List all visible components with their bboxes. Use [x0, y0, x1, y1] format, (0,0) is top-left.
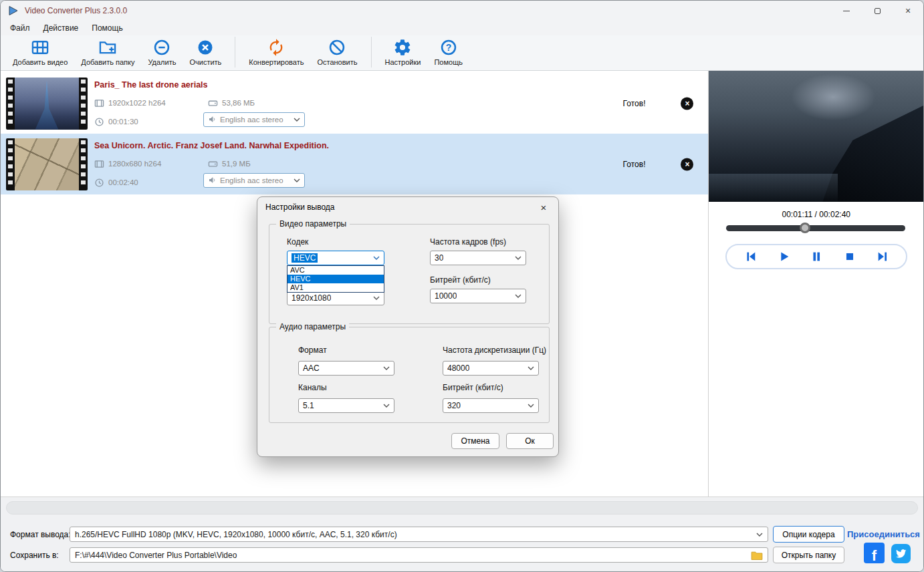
audio-track-select[interactable]: English aac stereo	[203, 112, 305, 127]
delete-button[interactable]: Удалить	[141, 37, 183, 67]
save-path-input[interactable]: F:\#\444\Video Converter Plus Portable\V…	[70, 547, 768, 563]
video-bitrate-value: 10000	[435, 291, 457, 301]
channels-value: 5.1	[303, 401, 314, 410]
fps-value: 30	[435, 253, 443, 263]
resolution-select[interactable]: 1920x1080	[287, 291, 384, 305]
resolution-value: 1920x1080	[292, 293, 331, 303]
playback-time: 00:01:11 / 00:02:40	[709, 210, 923, 219]
status-label: Готов!	[623, 160, 646, 169]
disk-icon	[208, 98, 218, 108]
toolbar-label: Добавить видео	[13, 58, 68, 66]
audio-parameters-legend: Аудио параметры	[276, 322, 349, 331]
join-link[interactable]: Присоединиться	[847, 529, 920, 539]
seek-bar[interactable]	[726, 225, 905, 231]
dialog-titlebar: Настройки вывода ×	[257, 197, 558, 217]
app-icon	[7, 5, 19, 17]
file-row[interactable]: Paris_ The last drone aerials 1920x1022 …	[1, 73, 708, 134]
output-format-label: Формат вывода:	[10, 530, 71, 539]
open-folder-button[interactable]: Открыть папку	[773, 547, 844, 563]
audio-bitrate-select[interactable]: 320	[443, 398, 539, 413]
audio-format-select[interactable]: AAC	[298, 361, 394, 376]
codec-option-av1[interactable]: AV1	[287, 283, 384, 292]
fps-select[interactable]: 30	[430, 251, 526, 265]
video-preview[interactable]	[709, 71, 923, 202]
add-folder-button[interactable]: Добавить папку	[74, 37, 141, 67]
file-row[interactable]: Sea Unicorn. Arctic. Franz Josef Land. N…	[1, 134, 708, 194]
folder-icon[interactable]	[751, 551, 763, 560]
remove-file-button[interactable]: ×	[681, 97, 693, 110]
duration-text: 00:01:30	[108, 118, 138, 126]
dialog-close-button[interactable]: ×	[529, 197, 558, 217]
speaker-icon	[208, 115, 217, 124]
codec-dropdown-list: AVC HEVC AV1	[287, 265, 384, 293]
seek-thumb[interactable]	[800, 223, 810, 233]
video-title: Sea Unicorn. Arctic. Franz Josef Land. N…	[94, 141, 329, 150]
save-to-label: Сохранить в:	[10, 551, 59, 560]
clock-icon	[94, 178, 104, 188]
audio-track-select[interactable]: English aac stereo	[203, 173, 305, 188]
progress-bar	[6, 501, 918, 515]
toolbar-label: Помощь	[434, 58, 463, 66]
skip-back-button[interactable]	[743, 249, 758, 264]
output-format-select[interactable]: h.265/HEVC FullHD 1080p (MKV, HEVC, 1920…	[70, 527, 768, 542]
video-thumbnail	[6, 138, 88, 190]
chevron-down-icon	[528, 404, 534, 408]
video-resolution: 1920x1022 h264	[94, 98, 166, 108]
transport-controls	[725, 244, 907, 269]
convert-button[interactable]: Конвертировать	[242, 37, 310, 67]
settings-button[interactable]: Настройки	[378, 37, 428, 67]
minimize-icon	[843, 11, 850, 11]
menu-file[interactable]: Файл	[5, 22, 35, 34]
menu-action[interactable]: Действие	[38, 22, 84, 34]
chevron-down-icon	[383, 366, 390, 370]
help-button[interactable]: ? Помощь	[427, 37, 469, 67]
help-icon: ?	[439, 38, 458, 57]
clear-button[interactable]: Очистить	[183, 37, 228, 67]
skip-forward-icon	[876, 249, 891, 264]
pause-icon	[809, 249, 824, 264]
encoder-options-button[interactable]: Опции кодера	[773, 526, 844, 543]
skip-forward-button[interactable]	[876, 249, 891, 264]
video-bitrate-label: Битрейт (кбит/с)	[430, 275, 491, 285]
codec-option-hevc[interactable]: HEVC	[287, 275, 384, 283]
video-bitrate-select[interactable]: 10000	[430, 289, 526, 303]
codec-select[interactable]: HEVC	[287, 251, 384, 265]
file-row-body: Sea Unicorn. Arctic. Franz Josef Land. N…	[94, 138, 703, 190]
toolbar-label: Настройки	[385, 58, 421, 66]
video-size: 51,9 МБ	[208, 159, 251, 169]
skip-back-icon	[743, 249, 758, 264]
stop-button[interactable]: Остановить	[310, 37, 364, 67]
video-duration: 00:01:30	[94, 117, 138, 127]
channels-select[interactable]: 5.1	[298, 398, 394, 413]
chevron-down-icon	[515, 294, 522, 298]
resolution-text: 1920x1022 h264	[108, 99, 166, 107]
audio-track-value: English aac stereo	[220, 176, 290, 184]
maximize-button[interactable]	[862, 1, 893, 21]
facebook-icon[interactable]: f	[864, 543, 885, 563]
audio-format-value: AAC	[303, 364, 320, 373]
play-icon	[776, 249, 791, 264]
add-video-icon	[31, 38, 49, 57]
twitter-bird-icon	[895, 547, 907, 560]
codec-option-avc[interactable]: AVC	[287, 266, 384, 275]
toolbar-label: Остановить	[317, 58, 357, 66]
audio-track-value: English aac stereo	[220, 116, 290, 124]
toolbar-label: Конвертировать	[249, 58, 304, 66]
menu-help[interactable]: Помощь	[86, 22, 128, 34]
twitter-icon[interactable]	[891, 544, 911, 563]
codec-value: HEVC	[292, 253, 318, 263]
minimize-button[interactable]	[831, 1, 862, 21]
add-folder-icon	[98, 38, 117, 57]
samplerate-select[interactable]: 48000	[443, 361, 539, 376]
pause-button[interactable]	[809, 249, 824, 264]
cancel-button[interactable]: Отмена	[451, 433, 499, 449]
chevron-down-icon	[528, 366, 534, 370]
ok-button[interactable]: Ок	[506, 433, 554, 449]
play-button[interactable]	[776, 249, 791, 264]
close-button[interactable]: ×	[893, 1, 923, 21]
stop-playback-button[interactable]	[842, 249, 857, 264]
codec-label: Кодек	[287, 237, 308, 247]
add-video-button[interactable]: Добавить видео	[6, 37, 74, 67]
remove-file-button[interactable]: ×	[681, 158, 693, 170]
audio-bitrate-label: Битрейт (кбит/с)	[443, 383, 503, 392]
